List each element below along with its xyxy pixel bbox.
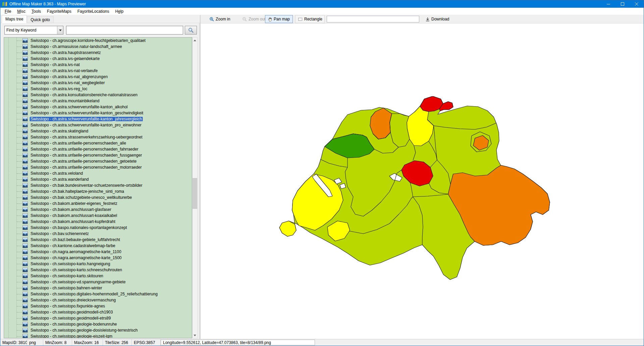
tree-item[interactable]: Swisstopo - ch.astra.ivs-nat_abgrenzunge… <box>4 74 192 80</box>
menu-favoritemaps[interactable]: FavoriteMaps <box>44 8 74 15</box>
maximize-button[interactable] <box>615 0 630 8</box>
statusbar-cell-2: MinZoom: 8 <box>43 339 72 346</box>
map-layer-icon <box>22 147 28 152</box>
tree-item[interactable]: Swisstopo - ch.armasuisse.natur-landscha… <box>4 44 192 50</box>
tree-item[interactable]: Swisstopo - ch.swisstopo.fixpunkte-agnes <box>4 303 192 309</box>
minimize-button[interactable] <box>601 0 615 8</box>
tree-item[interactable]: Swisstopo - ch.astra.ivs-gelaendekarte <box>4 56 192 62</box>
tree-item[interactable]: Swisstopo - ch.astra.veloland <box>4 170 192 176</box>
app-window: Offline Map Maker 8.363 - Maps Previewer… <box>0 0 644 346</box>
download-button[interactable]: Download <box>423 15 451 23</box>
tree-item[interactable]: Swisstopo - ch.astra.unfaelle-personensc… <box>4 140 192 146</box>
tree-item[interactable]: Swisstopo - ch.astra.ivs-nat-verlaeufe <box>4 68 192 74</box>
scroll-down-button[interactable] <box>193 333 197 338</box>
tree-item[interactable]: Swisstopo - ch.bakom.anschlussart-glasfa… <box>4 207 192 213</box>
tree-item[interactable]: Swisstopo - ch.swisstopo.geologie-bodenu… <box>4 321 192 327</box>
tree-item[interactable]: Swisstopo - ch.astra.schwerverunfallte-k… <box>4 104 192 110</box>
maps-tree-page: Find by Keyword Swisstopo - ch.agroscope… <box>0 23 200 339</box>
tab-maps-tree[interactable]: Maps tree <box>2 15 27 23</box>
tree-item[interactable]: Swisstopo - ch.astra.konsultationsbereic… <box>4 92 192 98</box>
find-mode-combobox[interactable]: Find by Keyword <box>4 26 63 35</box>
titlebar: Offline Map Maker 8.363 - Maps Previewer <box>0 0 644 8</box>
tree-item[interactable]: Swisstopo - ch.bakom.anbieter-eigenes_fe… <box>4 200 192 207</box>
toolbar-input[interactable] <box>327 16 419 22</box>
tree-scrollbar[interactable] <box>192 37 198 338</box>
map-layer-icon <box>22 44 28 49</box>
keyword-input[interactable] <box>66 26 183 35</box>
chevron-down-icon <box>59 30 62 31</box>
tree-item-label: Swisstopo - ch.astra.unfaelle-personensc… <box>30 141 127 146</box>
tree-item[interactable]: Swisstopo - ch.astra.mountainbikeland <box>4 98 192 104</box>
map-layer-icon <box>22 68 28 73</box>
menu-help[interactable]: Help <box>112 8 126 15</box>
tree-item[interactable]: Swisstopo - ch.astra.unfaelle-personensc… <box>4 146 192 152</box>
map-canvas[interactable] <box>201 23 644 339</box>
search-button[interactable] <box>185 26 197 35</box>
menu-tools[interactable]: Tools <box>29 8 44 15</box>
map-layer-icon <box>22 243 28 248</box>
download-label: Download <box>431 17 449 21</box>
tree-item[interactable]: Swisstopo - ch.nagra.aeromagnetische-kar… <box>4 249 192 255</box>
tree-item[interactable]: Swisstopo - ch.bak.bundesinventar-schuet… <box>4 182 192 188</box>
tree-item[interactable]: Swisstopo - ch.astra.ivs-reg_loc <box>4 86 192 92</box>
tree-item[interactable]: Swisstopo - ch.astra.skatingland <box>4 128 192 134</box>
map-layer-icon <box>22 201 28 206</box>
download-icon <box>425 17 430 22</box>
app-icon <box>2 1 7 7</box>
tree-item[interactable]: Swisstopo - ch.astra.schwerverunfallte-k… <box>4 116 192 122</box>
tree-item[interactable]: Swisstopo - ch.astra.ivs-nat <box>4 62 192 68</box>
tree-item[interactable]: Swisstopo - ch.astra.hauptstrassennetz <box>4 50 192 56</box>
tree-item[interactable]: Swisstopo - ch.baspo.nationales-sportanl… <box>4 225 192 231</box>
tree-item[interactable]: Swisstopo - ch.astra.unfaelle-personensc… <box>4 164 192 170</box>
tree-item[interactable]: Swisstopo - ch.bav.schienennetz <box>4 231 192 237</box>
tree-item-label: Swisstopo - ch.swisstopo-karto.hangneigu… <box>30 262 111 266</box>
tree-item[interactable]: Swisstopo - ch.kantone.cadastralwebmap-f… <box>4 243 192 249</box>
tree-item[interactable]: Swisstopo - ch.bakom.anschlussart-koaxia… <box>4 213 192 219</box>
tree-item[interactable]: Swisstopo - ch.astra.ivs-nat_wegbegleite… <box>4 80 192 86</box>
combo-dropdown-button[interactable] <box>57 26 63 34</box>
tree-item-label: Swisstopo - ch.astra.strassenverkehrszae… <box>30 135 144 139</box>
tree-item[interactable]: Swisstopo - ch.astra.strassenverkehrszae… <box>4 134 192 140</box>
tree-item[interactable]: Swisstopo - ch.bazl.bebaute-gebiete_luft… <box>4 237 192 243</box>
tree-item[interactable]: Swisstopo - ch.bak.halteplaetze-jenische… <box>4 188 192 194</box>
pan-map-button[interactable]: Pan map <box>265 15 293 23</box>
tree-item[interactable]: Swisstopo - ch.bak.schutzgebiete-unesco_… <box>4 194 192 200</box>
tree-item[interactable]: Swisstopo - ch.astra.unfaelle-personensc… <box>4 158 192 164</box>
tree-item[interactable]: Swisstopo - ch.swisstopo.bahnen-winter <box>4 285 192 291</box>
tree-item[interactable]: Swisstopo - ch.swisstopo-vd.spannungsarm… <box>4 279 192 285</box>
tree-item-label: Swisstopo - ch.swisstopo-karto.schneesch… <box>30 268 123 272</box>
menu-favoritelocations[interactable]: FavoriteLocations <box>74 8 112 15</box>
tab-quick-goto[interactable]: Quick goto <box>27 16 53 23</box>
tree-item[interactable]: Swisstopo - ch.swisstopo-karto.hangneigu… <box>4 261 192 267</box>
tree-item[interactable]: Swisstopo - ch.astra.schwerverunfallte-k… <box>4 122 192 128</box>
rectangle-select-icon <box>298 17 303 22</box>
close-icon <box>635 2 638 6</box>
tree-item[interactable]: Swisstopo - ch.swisstopo.digitales-hoehe… <box>4 291 192 297</box>
triangle-down-icon <box>194 335 196 336</box>
rectangle-button[interactable]: Rectangle <box>295 15 325 23</box>
menu-file[interactable]: File <box>2 8 14 15</box>
tree-item[interactable]: Swisstopo - ch.agroscope.korridore-feuch… <box>4 38 192 44</box>
tree-item[interactable]: Swisstopo - ch.swisstopo.geoidmodell-ch1… <box>4 309 192 315</box>
zoom-in-button[interactable]: Zoom in <box>207 15 232 23</box>
tree-item[interactable]: Swisstopo - ch.swisstopo.geologie-eiszei… <box>4 333 192 338</box>
close-button[interactable] <box>630 0 644 8</box>
map-layer-icon <box>22 129 28 133</box>
maps-tree-list[interactable]: Swisstopo - ch.agroscope.korridore-feuch… <box>4 37 192 338</box>
tree-item[interactable]: Swisstopo - ch.swisstopo.dreiecksvermasc… <box>4 297 192 303</box>
tree-item[interactable]: Swisstopo - ch.astra.schwerverunfallte-k… <box>4 110 192 116</box>
scroll-up-button[interactable] <box>193 38 197 43</box>
tree-item[interactable]: Swisstopo - ch.swisstopo.geologie-dosisl… <box>4 327 192 333</box>
tree-item[interactable]: Swisstopo - ch.astra.unfaelle-personensc… <box>4 152 192 158</box>
menu-misc[interactable]: Misc <box>14 8 29 15</box>
scroll-thumb[interactable] <box>193 178 197 209</box>
tree-item[interactable]: Swisstopo - ch.bakom.anschlussart-kupfer… <box>4 219 192 225</box>
tree-item[interactable]: Swisstopo - ch.swisstopo.geoidmodell-etr… <box>4 315 192 321</box>
tree-item[interactable]: Swisstopo - ch.swisstopo-karto.schneesch… <box>4 267 192 273</box>
zoom-out-button[interactable]: Zoom out <box>240 15 268 23</box>
map-layer-icon <box>22 334 28 338</box>
tree-item[interactable]: Swisstopo - ch.swisstopo-karto.skitouren <box>4 273 192 279</box>
map-layer-icon <box>22 183 28 188</box>
tree-item[interactable]: Swisstopo - ch.nagra.aeromagnetische-kar… <box>4 255 192 261</box>
tree-item[interactable]: Swisstopo - ch.astra.wanderland <box>4 176 192 182</box>
